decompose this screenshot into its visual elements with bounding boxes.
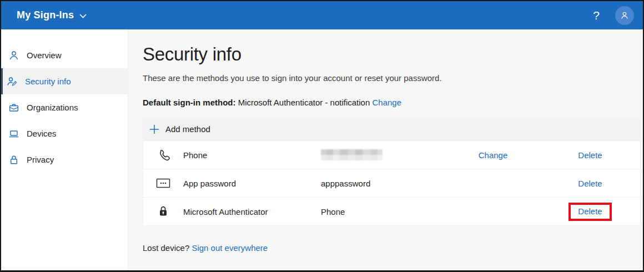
sidebar-item-label: Privacy: [27, 155, 54, 164]
default-signin-method-line: Default sign-in method: Microsoft Authen…: [143, 98, 643, 107]
sign-in-methods-table: Add method Phone Change Delete: [143, 118, 641, 226]
account-avatar-button[interactable]: [615, 6, 634, 25]
change-phone-link[interactable]: Change: [479, 150, 508, 160]
delete-authenticator-link[interactable]: Delete: [578, 206, 602, 216]
method-value: apppassword: [321, 179, 446, 188]
method-name: Phone: [183, 150, 321, 160]
app-title-menu[interactable]: My Sign-Ins: [17, 9, 87, 21]
phone-icon: [143, 149, 183, 162]
authenticator-lock-icon: [143, 205, 183, 218]
briefcase-icon: [8, 102, 19, 113]
person-edit-icon: [7, 76, 18, 87]
sidebar-item-label: Organizations: [27, 103, 78, 112]
default-method-label: Default sign-in method:: [143, 98, 236, 107]
plus-icon: [149, 124, 159, 134]
method-value-masked: [321, 149, 446, 160]
sidebar-nav: Overview Security info: [1, 29, 128, 270]
blurred-phone-number: [321, 149, 383, 160]
lost-device-line: Lost device? Sign out everywhere: [143, 243, 643, 253]
app-password-icon: [143, 178, 183, 189]
laptop-icon: [8, 128, 19, 139]
method-name: App password: [183, 179, 321, 188]
page-description: These are the methods you use to sign in…: [143, 73, 643, 83]
change-default-method-link[interactable]: Change: [372, 98, 401, 107]
red-highlight-box: Delete: [568, 203, 611, 221]
sidebar-item-security-info[interactable]: Security info: [1, 68, 128, 94]
default-method-value: Microsoft Authenticator - notification: [236, 98, 373, 107]
sidebar-item-label: Security info: [25, 77, 71, 86]
delete-app-password-link[interactable]: Delete: [578, 179, 602, 188]
page-title: Security info: [143, 44, 643, 65]
person-icon: [8, 50, 19, 61]
app-title: My Sign-Ins: [17, 9, 74, 21]
top-app-bar: My Sign-Ins ?: [1, 1, 643, 29]
method-row-phone: Phone Change Delete: [143, 140, 640, 169]
chevron-down-icon: [79, 14, 87, 18]
method-value: Phone: [321, 207, 446, 216]
add-method-label: Add method: [165, 124, 210, 134]
delete-phone-link[interactable]: Delete: [578, 150, 602, 160]
method-name: Microsoft Authenticator: [183, 207, 321, 216]
padlock-icon: [8, 154, 19, 165]
help-button[interactable]: ?: [585, 9, 607, 22]
sidebar-item-organizations[interactable]: Organizations: [1, 94, 128, 120]
sidebar-item-privacy[interactable]: Privacy: [1, 147, 128, 173]
method-row-authenticator: Microsoft Authenticator Phone Delete: [143, 197, 640, 225]
sign-out-everywhere-link[interactable]: Sign out everywhere: [192, 243, 268, 253]
security-info-panel: Security info These are the methods you …: [128, 29, 643, 270]
lost-device-text: Lost device?: [143, 243, 189, 253]
person-icon: [620, 11, 630, 21]
sidebar-item-label: Overview: [27, 51, 62, 60]
my-signins-page: My Sign-Ins ?: [0, 0, 644, 272]
method-row-app-password: App password apppassword Delete: [143, 169, 640, 197]
add-method-button[interactable]: Add method: [143, 118, 640, 140]
sidebar-item-overview[interactable]: Overview: [1, 42, 128, 68]
sidebar-item-devices[interactable]: Devices: [1, 120, 128, 147]
sidebar-item-label: Devices: [27, 129, 56, 138]
